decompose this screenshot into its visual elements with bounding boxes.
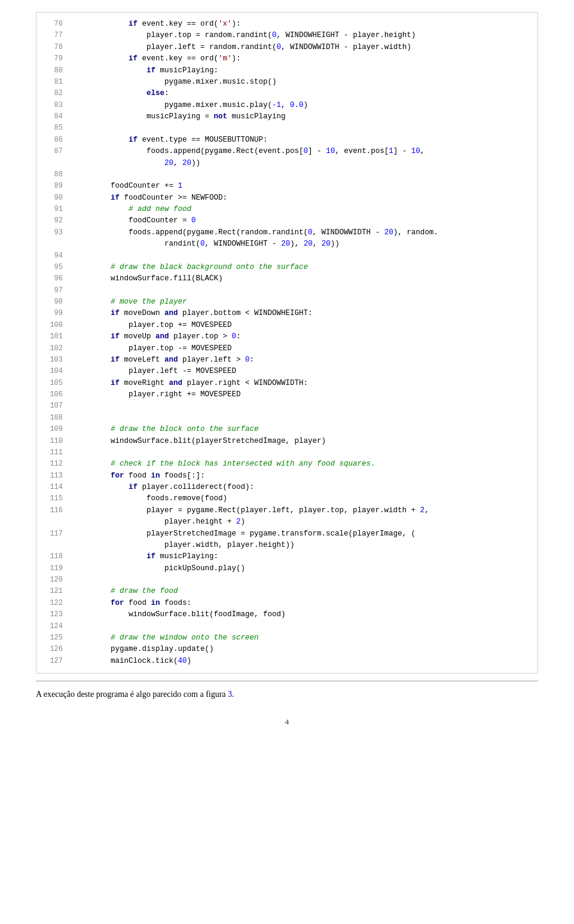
line-num-123: 123 [41,609,63,620]
code-content-122: for food in foods: [75,598,191,609]
line-num-101: 101 [41,331,63,342]
code-line-85: 85 [36,123,538,134]
prose-text-before-link: A execução deste programa é algo parecid… [36,690,228,699]
code-line-110: 110 windowSurface.blit(playerStretchedIm… [36,436,538,447]
code-line-116: 116 player = pygame.Rect(player.left, pl… [36,505,538,516]
code-line-87: 87 foods.append(pygame.Rect(event.pos[0]… [36,146,538,157]
line-num-105: 105 [41,378,63,389]
code-content-104: player.left -= MOVESPEED [75,366,236,377]
line-num-97: 97 [41,285,63,296]
code-content-89: foodCounter += 1 [75,180,182,192]
code-line-105: 105 if moveRight and player.right < WIND… [36,378,538,389]
code-content-87: foods.append(pygame.Rect(event.pos[0] - … [75,146,425,157]
code-line-119: 119 pickUpSound.play() [36,563,538,574]
code-content-95: # draw the black background onto the sur… [75,262,308,273]
code-line-114: 114 if player.colliderect(food): [36,482,538,493]
line-num-119: 119 [41,563,63,574]
code-content-97 [75,285,80,296]
line-num-100: 100 [41,320,63,331]
prose-text-after-link: . [232,690,234,699]
code-content-113: for food in foods[:]: [75,470,205,482]
code-line-106: 106 player.right += MOVESPEED [36,389,538,400]
line-num-83: 83 [41,100,63,111]
line-num-103: 103 [41,354,63,366]
code-line-77: 77 player.top = random.randint(0, WINDOW… [36,30,538,41]
code-line-88: 88 [36,169,538,180]
code-content-91: # add new food [75,204,191,215]
line-num-88: 88 [41,169,63,180]
line-num-118: 118 [41,551,63,562]
line-num-79: 79 [41,53,63,65]
code-content-127: mainClock.tick(40) [75,656,191,667]
code-content-98: # move the player [75,296,187,308]
code-content-80: if musicPlaying: [75,65,218,77]
code-line-101: 101 if moveUp and player.top > 0: [36,331,538,342]
code-line-81: 81 pygame.mixer.music.stop() [36,77,538,88]
code-line-90: 90 if foodCounter >= NEWFOOD: [36,192,538,204]
code-content-105: if moveRight and player.right < WINDOWWI… [75,378,308,389]
code-line-100: 100 player.top += MOVESPEED [36,320,538,331]
code-line-122: 122 for food in foods: [36,598,538,609]
code-line-91: 91 # add new food [36,204,538,215]
code-line-95: 95 # draw the black background onto the … [36,262,538,273]
code-content-112: # check if the block has intersected wit… [75,458,375,470]
line-num-77: 77 [41,30,63,41]
code-content-86: if event.type == MOUSEBUTTONUP: [75,134,268,146]
code-line-107: 107 [36,400,538,412]
code-content-87b: 20, 20)) [75,158,200,169]
code-line-109: 109 # draw the block onto the surface [36,424,538,435]
code-line-108: 108 [36,412,538,424]
code-line-111: 111 [36,447,538,458]
line-num-99: 99 [41,308,63,319]
code-line-96: 96 windowSurface.fill(BLACK) [36,273,538,284]
line-num-82: 82 [41,88,63,99]
code-content-82: else: [75,88,169,99]
code-line-82: 82 else: [36,88,538,99]
code-content-119: pickUpSound.play() [75,563,245,574]
code-content-124 [75,621,80,632]
code-content-109: # draw the block onto the surface [75,424,259,435]
code-content-102: player.top -= MOVESPEED [75,343,232,354]
code-content-111 [75,447,80,458]
code-content-93: foods.append(pygame.Rect(random.randint(… [75,227,438,238]
line-num-108: 108 [41,412,63,424]
line-num-93: 93 [41,227,63,238]
code-line-113: 113 for food in foods[:]: [36,470,538,482]
code-line-123: 123 windowSurface.blit(foodImage, food) [36,609,538,620]
code-line-116b: player.height + 2) [36,516,538,528]
code-content-79: if event.key == ord('m'): [75,53,241,65]
code-content-123: windowSurface.blit(foodImage, food) [75,609,286,620]
code-line-124: 124 [36,621,538,632]
code-line-121: 121 # draw the food [36,586,538,597]
code-line-87b: 20, 20)) [36,158,538,169]
code-line-125: 125 # draw the window onto the screen [36,632,538,644]
line-num-115: 115 [41,493,63,504]
code-line-93: 93 foods.append(pygame.Rect(random.randi… [36,227,538,238]
line-num-104: 104 [41,366,63,377]
line-num-109: 109 [41,424,63,435]
code-content-107 [75,400,80,412]
code-content-120 [75,574,80,586]
code-content-115: foods.remove(food) [75,493,227,504]
code-content-103: if moveLeft and player.left > 0: [75,354,254,366]
code-line-99: 99 if moveDown and player.bottom < WINDO… [36,308,538,319]
line-num-80: 80 [41,65,63,77]
code-line-102: 102 player.top -= MOVESPEED [36,343,538,354]
code-content-76: if event.key == ord('x'): [75,19,241,30]
code-line-93b: randint(0, WINDOWHEIGHT - 20), 20, 20)) [36,238,538,250]
code-line-104: 104 player.left -= MOVESPEED [36,366,538,377]
code-line-84: 84 musicPlaying = not musicPlaying [36,111,538,123]
line-num-112: 112 [41,458,63,470]
prose-paragraph: A execução deste programa é algo parecid… [36,690,538,699]
code-content-96: windowSurface.fill(BLACK) [75,273,223,284]
page-number: 4 [285,717,289,726]
line-num-116: 116 [41,505,63,516]
line-num-95: 95 [41,262,63,273]
code-content-125: # draw the window onto the screen [75,632,259,644]
code-content-99: if moveDown and player.bottom < WINDOWHE… [75,308,313,319]
line-num-102: 102 [41,343,63,354]
code-content-90: if foodCounter >= NEWFOOD: [75,192,227,204]
code-line-115: 115 foods.remove(food) [36,493,538,504]
code-content-94 [75,250,80,262]
line-num-120: 120 [41,574,63,586]
